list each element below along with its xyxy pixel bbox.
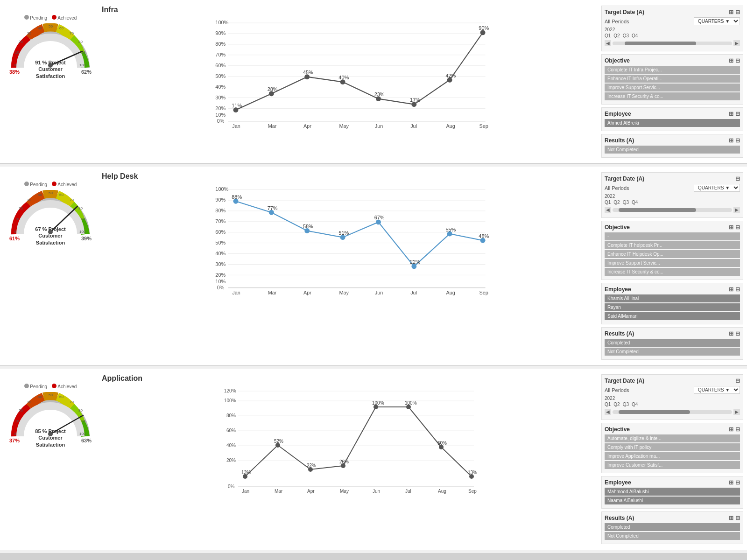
hd-result-1[interactable]: Completed bbox=[605, 339, 740, 347]
hd-obj-4[interactable]: Increase IT Security & co... bbox=[605, 268, 740, 276]
infra-obj-3[interactable]: Improve Support Servic... bbox=[605, 84, 740, 91]
hd-emp-1[interactable]: Khamis AlHinai bbox=[605, 294, 740, 302]
infra-quarters-select[interactable]: QUARTERS ▼ bbox=[694, 17, 740, 25]
svg-text:Aug: Aug bbox=[438, 489, 446, 494]
hd-obj-2[interactable]: Enhance IT Helpdesk Op... bbox=[605, 250, 740, 258]
obj-filter-1[interactable]: ⊞ bbox=[729, 57, 733, 64]
infra-scrollbar[interactable]: ◀ ▶ bbox=[605, 40, 740, 46]
infra-results-panel: Results (A) ⊞ ⊟ Not Completed bbox=[601, 134, 743, 158]
res-filter-1[interactable]: ⊞ bbox=[729, 137, 733, 144]
emp-filter-1[interactable]: ⊞ bbox=[729, 111, 733, 117]
infra-target-filter-icons[interactable]: ⊞ ⊟ bbox=[729, 9, 740, 15]
svg-text:Apr: Apr bbox=[307, 489, 315, 494]
infra-obj-4[interactable]: Increase IT Security & co... bbox=[605, 92, 740, 100]
svg-text:Sep: Sep bbox=[479, 290, 488, 295]
app-scroll-left[interactable]: ◀ bbox=[605, 409, 611, 415]
app-emp-1[interactable]: Mahmood AlBalushi bbox=[605, 488, 740, 496]
app-obj-3[interactable]: Improve Application ma... bbox=[605, 452, 740, 460]
svg-text:60%: 60% bbox=[215, 229, 226, 235]
scroll-right[interactable]: ▶ bbox=[733, 40, 740, 46]
app-obj-filter-2[interactable]: ⊟ bbox=[735, 426, 740, 433]
infra-emp-1[interactable]: Ahmed AlBreiki bbox=[605, 119, 740, 127]
app-center-text: 85 % Project Customer Satisfaction bbox=[8, 428, 92, 448]
svg-text:120%: 120% bbox=[224, 388, 236, 393]
infra-gauge: 0 10 20 30 40 50 60 70 80 90 100 38% 62% bbox=[8, 23, 92, 79]
svg-text:40%: 40% bbox=[226, 443, 236, 448]
infra-result-1[interactable]: Not Completed bbox=[605, 146, 740, 154]
hd-achieved-label: Achieved bbox=[57, 182, 77, 187]
svg-text:50: 50 bbox=[49, 191, 53, 195]
svg-text:Jul: Jul bbox=[410, 290, 417, 295]
svg-text:60: 60 bbox=[59, 193, 63, 197]
hd-scrollbar[interactable]: ◀ ▶ bbox=[605, 207, 740, 213]
app-result-2[interactable]: Not Completed bbox=[605, 532, 740, 540]
app-obj-1[interactable]: Automate, digilize & inte... bbox=[605, 434, 740, 442]
hd-pending-label: Pending bbox=[30, 182, 47, 187]
hd-res-filter-2[interactable]: ⊟ bbox=[735, 330, 740, 337]
svg-text:20: 20 bbox=[19, 40, 23, 44]
helpdesk-chart-area: Help Desk 100% 90% 80% 70% 60% 50% 40% 3… bbox=[97, 172, 599, 360]
hd-obj-1[interactable]: Complete IT helpdesk Pr... bbox=[605, 241, 740, 249]
hd-emp-3[interactable]: Said AlMamari bbox=[605, 312, 740, 320]
svg-text:67%: 67% bbox=[374, 215, 385, 220]
app-emp-filter-1[interactable]: ⊞ bbox=[729, 479, 733, 486]
infra-chart-title: Infra bbox=[102, 6, 594, 14]
app-result-1[interactable]: Completed bbox=[605, 523, 740, 531]
app-chart-area: Application 120% 100% 80% 60% 40% 20% 0% bbox=[97, 374, 599, 544]
hd-obj-0[interactable]: - bbox=[605, 232, 740, 240]
hd-obj-filter-1[interactable]: ⊞ bbox=[729, 224, 733, 231]
hd-filter-icon[interactable]: ⊟ bbox=[735, 175, 740, 182]
infra-row: Pending Achieved 0 bbox=[0, 0, 747, 164]
filter-icon-1[interactable]: ⊞ bbox=[729, 9, 733, 15]
app-obj-4[interactable]: Improve Customer Satisf... bbox=[605, 461, 740, 469]
app-res-filter-1[interactable]: ⊞ bbox=[729, 515, 733, 521]
app-obj-filter-1[interactable]: ⊞ bbox=[729, 426, 733, 433]
infra-legend: Pending Achieved bbox=[24, 15, 77, 21]
app-right-panels: Target Date (A) ⊟ All Periods QUARTERS ▼… bbox=[599, 374, 743, 544]
app-quarters-select[interactable]: QUARTERS ▼ bbox=[694, 386, 740, 394]
hd-emp-filter-2[interactable]: ⊟ bbox=[735, 286, 740, 293]
app-legend: Pending Achieved bbox=[24, 384, 77, 389]
hd-emp-filter-1[interactable]: ⊞ bbox=[729, 286, 733, 293]
infra-employee-header: Employee ⊞ ⊟ bbox=[605, 111, 740, 117]
hd-emp-2[interactable]: Rayan bbox=[605, 303, 740, 311]
app-obj-2[interactable]: Comply with IT policy bbox=[605, 443, 740, 451]
hd-res-filter-1[interactable]: ⊞ bbox=[729, 330, 733, 337]
svg-text:10%: 10% bbox=[215, 112, 226, 118]
emp-filter-2[interactable]: ⊟ bbox=[735, 111, 740, 117]
hd-quarters-select[interactable]: QUARTERS ▼ bbox=[694, 184, 740, 192]
hd-result-2[interactable]: Not Completed bbox=[605, 348, 740, 356]
svg-text:90%: 90% bbox=[215, 197, 226, 203]
hd-obj-3[interactable]: Improve Support Servic... bbox=[605, 259, 740, 267]
svg-text:50: 50 bbox=[49, 393, 53, 397]
svg-text:0%: 0% bbox=[217, 118, 225, 124]
infra-periods-row: All Periods QUARTERS ▼ bbox=[605, 17, 740, 25]
svg-text:90: 90 bbox=[81, 419, 85, 423]
svg-text:100%: 100% bbox=[405, 400, 417, 406]
svg-text:Jul: Jul bbox=[405, 489, 411, 494]
app-res-filter-2[interactable]: ⊟ bbox=[735, 515, 740, 521]
filter-icon-2[interactable]: ⊟ bbox=[735, 9, 740, 15]
svg-text:20%: 20% bbox=[226, 458, 236, 463]
svg-text:50%: 50% bbox=[215, 240, 226, 245]
svg-text:17%: 17% bbox=[410, 97, 420, 103]
hd-scroll-right[interactable]: ▶ bbox=[733, 207, 740, 213]
svg-text:52%: 52% bbox=[274, 439, 283, 444]
infra-obj-1[interactable]: Complete IT Infra Projec... bbox=[605, 66, 740, 74]
app-scrollbar[interactable]: ◀ ▶ bbox=[605, 409, 740, 415]
app-scroll-right[interactable]: ▶ bbox=[733, 409, 740, 415]
achieved-dot bbox=[52, 15, 56, 20]
app-emp-2[interactable]: Naama AlBalushi bbox=[605, 497, 740, 504]
app-emp-filter-2[interactable]: ⊟ bbox=[735, 479, 740, 486]
app-objective-panel: Objective ⊞ ⊟ Automate, digilize & inte.… bbox=[601, 423, 743, 473]
hd-obj-filter-2[interactable]: ⊟ bbox=[735, 224, 740, 231]
svg-text:Apr: Apr bbox=[303, 123, 311, 129]
scroll-left[interactable]: ◀ bbox=[605, 40, 611, 46]
hd-scroll-left[interactable]: ◀ bbox=[605, 207, 611, 213]
res-filter-2[interactable]: ⊟ bbox=[735, 137, 740, 144]
app-filter-icon[interactable]: ⊟ bbox=[735, 378, 740, 384]
obj-filter-2[interactable]: ⊟ bbox=[735, 57, 740, 64]
infra-obj-2[interactable]: Enhance IT Infra Operati... bbox=[605, 75, 740, 83]
svg-text:22%: 22% bbox=[410, 259, 420, 265]
svg-text:70: 70 bbox=[70, 198, 74, 202]
